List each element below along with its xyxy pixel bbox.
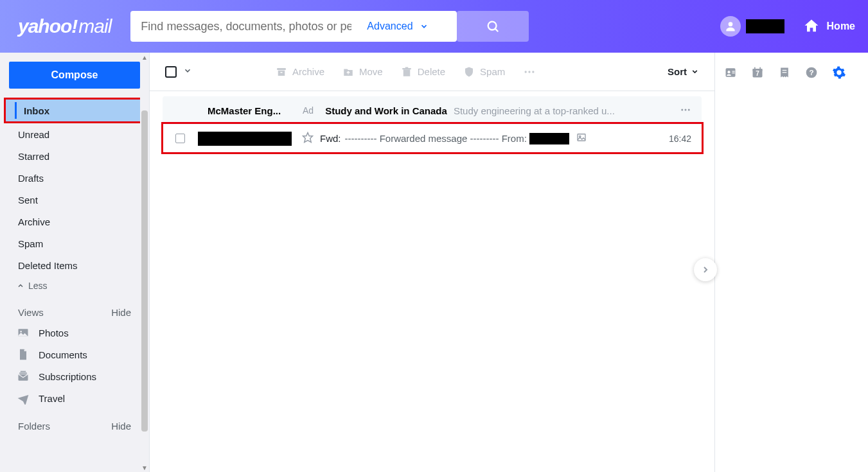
chevron-down-icon [420, 22, 429, 31]
view-travel[interactable]: Travel [0, 387, 149, 409]
right-panel: 7 ? [715, 53, 868, 472]
search-input[interactable] [130, 20, 362, 33]
travel-icon [17, 392, 30, 405]
subscriptions-icon [17, 370, 30, 383]
email-row[interactable]: Fwd: ---------- Forwarded message ------… [163, 125, 702, 153]
folder-drafts[interactable]: Drafts [0, 167, 149, 189]
chevron-right-icon [700, 265, 711, 275]
select-dropdown[interactable] [183, 66, 192, 78]
svg-rect-6 [19, 372, 27, 374]
folders-header: Folders Hide [0, 409, 149, 435]
calendar-badge: 7 [751, 70, 764, 77]
contacts-icon [724, 66, 737, 79]
home-button[interactable]: Home [802, 17, 855, 35]
svg-point-15 [529, 71, 531, 73]
svg-point-18 [685, 109, 687, 110]
ad-snippet: Study engineering at a top-ranked u... [454, 105, 672, 116]
folder-archive[interactable]: Archive [0, 211, 149, 232]
svg-marker-20 [303, 133, 313, 143]
ad-tag: Ad [303, 105, 314, 116]
ad-more-button[interactable] [680, 104, 691, 118]
account-menu[interactable] [720, 16, 784, 37]
chevron-down-icon [691, 67, 699, 76]
svg-point-17 [681, 109, 683, 110]
ad-title: Study and Work in Canada [325, 105, 447, 116]
trash-icon [401, 66, 412, 78]
attachment-icon [576, 132, 587, 145]
chevron-down-icon [183, 66, 192, 75]
views-hide[interactable]: Hide [111, 307, 131, 318]
help-button[interactable]: ? [805, 66, 818, 82]
collapse-folders[interactable]: Less [0, 276, 149, 295]
list-toolbar: Archive Move Delete Spam [150, 53, 714, 91]
svg-line-1 [495, 29, 499, 32]
more-icon [523, 66, 536, 78]
documents-icon [17, 348, 30, 361]
calendar-button[interactable]: 7 [751, 66, 764, 82]
yahoo-mail-logo: yahoo!mail [18, 15, 111, 37]
svg-rect-26 [732, 73, 735, 73]
ad-row[interactable]: McMaster Eng... Ad Study and Work in Can… [163, 96, 702, 125]
folder-unread[interactable]: Unread [0, 123, 149, 145]
svg-rect-8 [277, 68, 286, 70]
less-label: Less [28, 281, 48, 291]
settings-button[interactable] [832, 66, 846, 82]
archive-icon [276, 66, 287, 78]
avatar [720, 16, 741, 37]
sort-button[interactable]: Sort [668, 66, 699, 77]
spam-label: Spam [480, 66, 505, 77]
delete-button[interactable]: Delete [401, 66, 445, 78]
svg-rect-31 [783, 70, 787, 71]
sidebar-scrollbar[interactable]: ▲ ▼ [140, 53, 149, 472]
select-all-checkbox[interactable] [165, 66, 177, 78]
svg-rect-13 [405, 67, 408, 68]
svg-rect-9 [278, 70, 285, 75]
svg-rect-25 [732, 71, 735, 72]
scrollbar-thumb[interactable] [141, 110, 148, 432]
view-subscriptions[interactable]: Subscriptions [0, 365, 149, 387]
gear-icon [832, 66, 846, 80]
folders-hide[interactable]: Hide [111, 421, 131, 432]
folder-starred[interactable]: Starred [0, 145, 149, 167]
shield-icon [463, 66, 475, 78]
svg-rect-10 [281, 72, 283, 73]
archive-label: Archive [292, 66, 324, 77]
advanced-search-link[interactable]: Advanced [362, 21, 433, 32]
svg-point-4 [20, 331, 22, 333]
view-subscriptions-label: Subscriptions [39, 371, 96, 382]
view-photos-label: Photos [39, 328, 69, 338]
svg-text:?: ? [809, 68, 813, 76]
view-documents[interactable]: Documents [0, 344, 149, 365]
scroll-up-arrow[interactable]: ▲ [140, 53, 149, 62]
search-bar: Advanced [130, 11, 457, 42]
notepad-button[interactable] [778, 66, 791, 82]
snippet-from-redacted [529, 133, 569, 144]
right-icon-bar: 7 ? [724, 66, 859, 82]
email-checkbox[interactable] [175, 134, 185, 143]
move-button[interactable]: Move [342, 66, 383, 78]
account-name-redacted [746, 19, 784, 33]
svg-rect-12 [402, 68, 411, 69]
folder-inbox[interactable]: Inbox [6, 100, 141, 121]
contacts-button[interactable] [724, 66, 737, 82]
message-list-column: Archive Move Delete Spam [150, 53, 715, 472]
compose-button[interactable]: Compose [9, 62, 140, 89]
search-button[interactable] [457, 11, 529, 42]
expand-panel-button[interactable] [694, 258, 717, 281]
svg-point-16 [532, 71, 534, 73]
archive-button[interactable]: Archive [276, 66, 324, 78]
spam-button[interactable]: Spam [463, 66, 505, 78]
scroll-down-arrow[interactable]: ▼ [140, 463, 149, 472]
folder-spam[interactable]: Spam [0, 232, 149, 254]
view-photos[interactable]: Photos [0, 322, 149, 344]
view-documents-label: Documents [39, 349, 87, 360]
svg-rect-11 [403, 69, 410, 76]
logo-bold: yahoo! [18, 15, 77, 37]
svg-rect-21 [578, 134, 585, 141]
person-icon [724, 20, 737, 33]
star-button[interactable] [302, 132, 314, 145]
more-button[interactable] [523, 66, 536, 78]
svg-rect-32 [783, 72, 787, 73]
folder-sent[interactable]: Sent [0, 189, 149, 211]
folder-deleted[interactable]: Deleted Items [0, 254, 149, 276]
